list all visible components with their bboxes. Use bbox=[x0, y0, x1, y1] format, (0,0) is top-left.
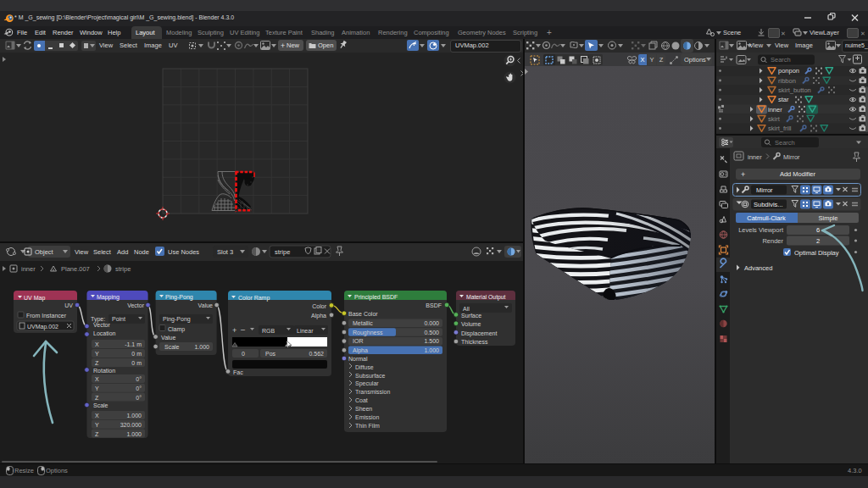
svg-text:Vector: Vector bbox=[127, 302, 145, 308]
svg-text:Z: Z bbox=[95, 360, 99, 366]
svg-text:Y: Y bbox=[95, 422, 99, 428]
svg-text:6: 6 bbox=[816, 226, 820, 234]
svg-text:Color Ramp: Color Ramp bbox=[238, 295, 270, 302]
svg-text:Material Output: Material Output bbox=[466, 294, 506, 301]
svg-text:Simple: Simple bbox=[819, 214, 838, 222]
svg-text:Linear: Linear bbox=[297, 328, 314, 334]
svg-text:Add Modifier: Add Modifier bbox=[780, 170, 816, 178]
svg-text:1.000: 1.000 bbox=[126, 431, 142, 437]
svg-text:Vector: Vector bbox=[93, 322, 111, 328]
svg-text:0°: 0° bbox=[136, 385, 142, 391]
svg-text:stripe: stripe bbox=[115, 265, 131, 273]
svg-text:Object: Object bbox=[35, 248, 54, 256]
svg-text:Point: Point bbox=[112, 316, 125, 322]
svg-text:skirt_frill: skirt_frill bbox=[768, 125, 792, 132]
svg-text:1.000: 1.000 bbox=[126, 413, 142, 419]
svg-text:Location: Location bbox=[93, 330, 116, 336]
svg-text:Base Color: Base Color bbox=[348, 311, 378, 317]
svg-text:Transmission: Transmission bbox=[355, 389, 390, 395]
svg-text:Diffuse: Diffuse bbox=[355, 364, 374, 370]
svg-text:Specular: Specular bbox=[355, 380, 379, 387]
svg-text:Use Nodes: Use Nodes bbox=[168, 248, 199, 256]
svg-text:UV: UV bbox=[64, 302, 73, 308]
svg-text:Thin Film: Thin Film bbox=[355, 423, 380, 429]
svg-text:Subdivis...: Subdivis... bbox=[754, 201, 783, 208]
svg-text:Optimal Display: Optimal Display bbox=[794, 249, 839, 257]
svg-text:ribbon: ribbon bbox=[778, 77, 796, 85]
svg-text:Value: Value bbox=[198, 302, 213, 308]
svg-text:Select: Select bbox=[93, 248, 112, 256]
svg-text:0°: 0° bbox=[136, 395, 142, 401]
svg-text:0.562: 0.562 bbox=[309, 351, 324, 357]
svg-text:stripe: stripe bbox=[275, 248, 290, 256]
svg-text:Y: Y bbox=[95, 351, 99, 357]
svg-text:View: View bbox=[75, 248, 89, 256]
svg-text:Sheen: Sheen bbox=[355, 406, 372, 412]
svg-text:Ping-Pong: Ping-Pong bbox=[165, 294, 193, 301]
svg-text:0 m: 0 m bbox=[131, 351, 142, 357]
svg-text:Catmull-Clark: Catmull-Clark bbox=[747, 214, 786, 222]
svg-text:1.000: 1.000 bbox=[424, 347, 439, 353]
svg-text:Principled BSDF: Principled BSDF bbox=[354, 294, 398, 301]
svg-text:Levels Viewport: Levels Viewport bbox=[738, 226, 784, 234]
svg-text:Advanced: Advanced bbox=[744, 264, 772, 272]
svg-text:Emission: Emission bbox=[355, 414, 380, 420]
svg-text:Add: Add bbox=[117, 248, 128, 256]
svg-text:Rotation: Rotation bbox=[93, 368, 115, 374]
svg-text:Mapping: Mapping bbox=[97, 294, 120, 301]
svg-text:BSDF: BSDF bbox=[426, 302, 442, 308]
svg-text:Surface: Surface bbox=[461, 313, 481, 319]
svg-text:inner: inner bbox=[768, 106, 782, 114]
svg-text:Clamp: Clamp bbox=[168, 326, 185, 333]
svg-text:inner: inner bbox=[21, 265, 36, 273]
svg-text:Alpha: Alpha bbox=[353, 347, 368, 354]
svg-text:Y: Y bbox=[95, 385, 99, 391]
svg-text:inner: inner bbox=[748, 153, 762, 161]
svg-text:Z: Z bbox=[95, 395, 99, 401]
svg-text:Ping-Pong: Ping-Pong bbox=[163, 316, 191, 323]
svg-text:X: X bbox=[95, 376, 99, 382]
svg-text:skirt_button: skirt_button bbox=[778, 86, 811, 94]
svg-text:Pos: Pos bbox=[265, 351, 276, 357]
svg-text:Mirror: Mirror bbox=[783, 153, 800, 161]
svg-text:0.000: 0.000 bbox=[424, 320, 439, 326]
svg-text:Scale: Scale bbox=[164, 344, 180, 350]
svg-text:1.000: 1.000 bbox=[194, 344, 209, 350]
svg-text:0 m: 0 m bbox=[131, 360, 142, 366]
svg-text:Alpha: Alpha bbox=[311, 313, 326, 319]
svg-text:+: + bbox=[741, 170, 745, 179]
svg-text:320.000: 320.000 bbox=[120, 422, 142, 428]
svg-text:From Instancer: From Instancer bbox=[26, 313, 67, 319]
svg-text:Subsurface: Subsurface bbox=[355, 373, 386, 379]
svg-text:1.500: 1.500 bbox=[424, 338, 439, 344]
svg-text:X: X bbox=[95, 413, 99, 419]
svg-text:0°: 0° bbox=[136, 376, 142, 382]
svg-text:Metallic: Metallic bbox=[353, 320, 373, 326]
svg-text:Value: Value bbox=[161, 335, 175, 341]
svg-text:Displacement: Displacement bbox=[461, 330, 497, 337]
svg-text:-1.1 m: -1.1 m bbox=[125, 341, 142, 347]
svg-text:Color: Color bbox=[312, 303, 326, 309]
svg-text:0: 0 bbox=[242, 351, 245, 357]
svg-text:Roughness: Roughness bbox=[353, 330, 383, 336]
svg-text:Render: Render bbox=[762, 237, 783, 245]
svg-text:Volume: Volume bbox=[461, 321, 481, 327]
svg-text:Search: Search bbox=[771, 56, 791, 64]
svg-text:0.500: 0.500 bbox=[424, 330, 439, 336]
svg-text:star: star bbox=[778, 96, 789, 103]
svg-text:IOR: IOR bbox=[353, 338, 363, 344]
svg-text:skirt: skirt bbox=[768, 115, 781, 123]
svg-text:Fac: Fac bbox=[233, 369, 243, 375]
svg-text:+: + bbox=[232, 326, 236, 335]
svg-text:2: 2 bbox=[816, 237, 820, 245]
svg-text:Normal: Normal bbox=[348, 356, 368, 362]
svg-text:Mirror: Mirror bbox=[756, 186, 773, 194]
svg-text:All: All bbox=[463, 306, 470, 312]
svg-text:–: – bbox=[241, 325, 245, 334]
svg-text:Coat: Coat bbox=[355, 397, 368, 403]
svg-text:ponpon: ponpon bbox=[778, 67, 799, 75]
svg-text:Slot 3: Slot 3 bbox=[217, 248, 233, 256]
svg-text:Search: Search bbox=[775, 139, 795, 147]
svg-text:Z: Z bbox=[95, 431, 99, 437]
svg-text:Plane.007: Plane.007 bbox=[61, 265, 90, 273]
